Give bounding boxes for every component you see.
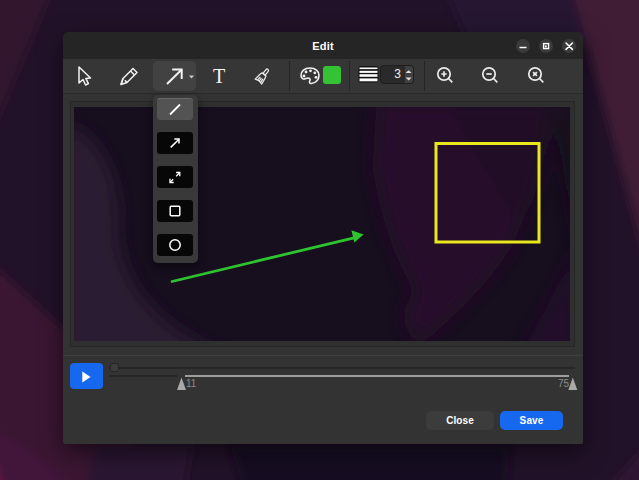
svg-text:T: T [213,65,225,87]
